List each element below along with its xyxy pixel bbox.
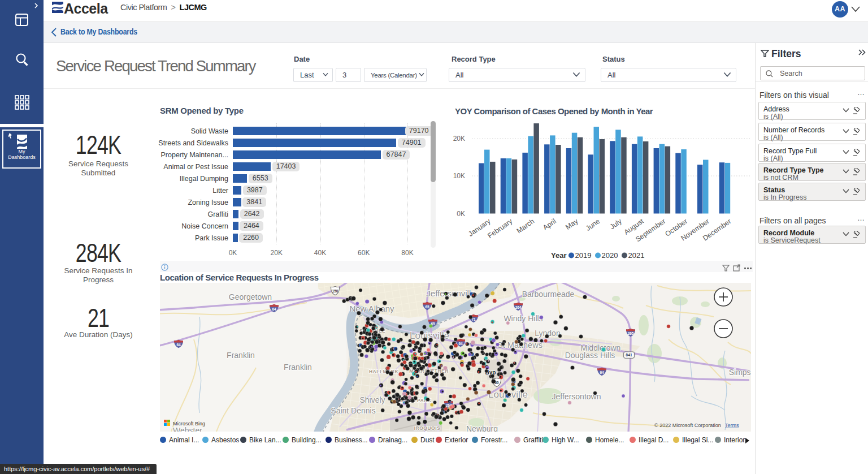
svg-text:Terms: Terms — [725, 423, 739, 428]
svg-text:May: May — [564, 217, 580, 231]
svg-text:Douglass Hills: Douglass Hills — [565, 351, 615, 360]
svg-text:0K: 0K — [457, 210, 465, 218]
svg-text:64: 64 — [272, 307, 276, 311]
svg-text:July: July — [609, 217, 624, 231]
svg-text:264: 264 — [515, 305, 522, 309]
svg-text:Microsoft Bing: Microsoft Bing — [173, 421, 205, 426]
svg-text:64: 64 — [176, 343, 181, 347]
svg-text:New Albany: New Albany — [349, 304, 394, 313]
svg-text:HALLMARK: HALLMARK — [369, 369, 399, 374]
svg-text:Windy Hills: Windy Hills — [504, 314, 542, 323]
svg-text:Saint Dennis: Saint Dennis — [331, 406, 375, 415]
svg-text:265: 265 — [628, 331, 634, 335]
svg-text:20K: 20K — [453, 135, 465, 143]
svg-text:841: 841 — [626, 353, 632, 357]
svg-text:65: 65 — [425, 305, 429, 309]
svg-text:Webster: Webster — [173, 426, 202, 432]
svg-text:Barbourmeade: Barbourmeade — [522, 290, 575, 299]
svg-text:Year: Year — [551, 251, 566, 260]
svg-text:IROQUOIS: IROQUOIS — [414, 425, 441, 431]
svg-text:Shively: Shively — [359, 395, 385, 404]
svg-text:Franklin: Franklin — [227, 351, 255, 360]
svg-text:April: April — [541, 217, 558, 232]
svg-text:June: June — [584, 217, 601, 232]
svg-text:Franklin: Franklin — [284, 363, 312, 372]
svg-text:Simpsonville: Simpsonville — [729, 368, 751, 377]
svg-text:64: 64 — [600, 370, 604, 374]
svg-text:2021: 2021 — [628, 251, 645, 260]
svg-text:2019: 2019 — [575, 251, 592, 260]
svg-text:Newburg: Newburg — [466, 424, 498, 432]
svg-text:© 2022 Microsoft Corporation: © 2022 Microsoft Corporation — [654, 423, 721, 428]
svg-text:150: 150 — [332, 289, 338, 293]
svg-text:64: 64 — [458, 342, 463, 346]
svg-text:March: March — [515, 217, 536, 235]
svg-text:2020: 2020 — [602, 251, 618, 260]
svg-text:February: February — [486, 217, 514, 240]
svg-text:10K: 10K — [453, 172, 465, 180]
svg-text:Georgetown: Georgetown — [229, 292, 272, 301]
